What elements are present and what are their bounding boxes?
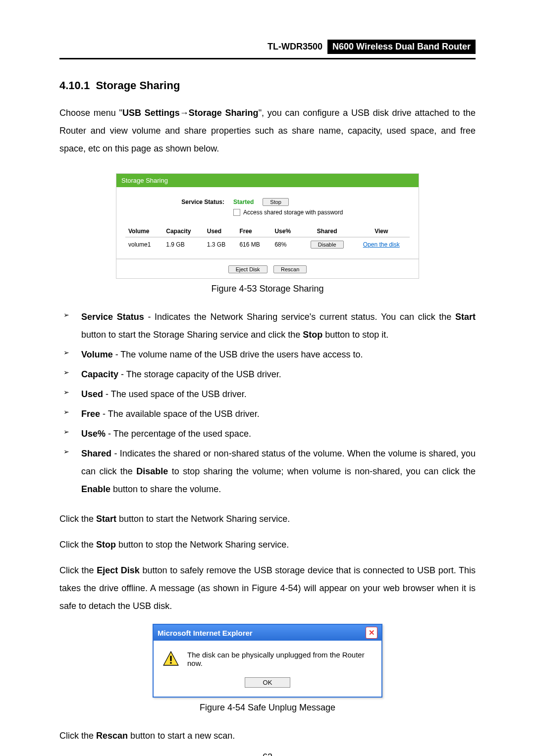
col-free: Free — [236, 226, 271, 237]
col-view: View — [353, 226, 410, 237]
table-header-row: Volume Capacity Used Free Use% Shared Vi… — [125, 226, 410, 237]
cell-used: 1.3 GB — [204, 237, 237, 252]
dialog-message: The disk can be physically unplugged fro… — [187, 651, 373, 667]
intro-paragraph: Choose menu "USB Settings→Storage Sharin… — [59, 104, 476, 157]
figure-53-caption: Figure 4-53 Storage Sharing — [59, 284, 476, 294]
cell-use-percent: 68% — [271, 237, 301, 252]
svg-rect-1 — [170, 656, 171, 661]
list-item: Free - The available space of the USB dr… — [59, 405, 476, 423]
unplug-dialog: Microsoft Internet Explorer ✕ The disk c… — [153, 624, 382, 698]
model-number: TL-WDR3500 — [263, 40, 327, 54]
list-item: Volume - The volume name of the USB driv… — [59, 346, 476, 363]
list-item: Used - The used space of the USB driver. — [59, 385, 476, 403]
figure-54-caption: Figure 4-54 Safe Unplug Message — [59, 703, 476, 713]
table-row: volume1 1.9 GB 1.3 GB 616 MB 68% Disable… — [125, 237, 410, 252]
col-volume: Volume — [125, 226, 163, 237]
cell-free: 616 MB — [236, 237, 271, 252]
product-name: N600 Wireless Dual Band Router — [327, 40, 476, 54]
dialog-titlebar: Microsoft Internet Explorer ✕ — [154, 625, 381, 641]
col-use-percent: Use% — [271, 226, 301, 237]
storage-sharing-panel: Storage Sharing Service Status: Started … — [116, 173, 419, 279]
list-item: Shared - Indicates the shared or non-sha… — [59, 445, 476, 498]
svg-rect-2 — [170, 662, 171, 663]
list-item: Use% - The percentage of the used space. — [59, 425, 476, 443]
eject-paragraph: Click the Eject Disk button to safely re… — [59, 561, 476, 615]
cell-capacity: 1.9 GB — [163, 237, 204, 252]
panel-footer: Eject Disk Rescan — [116, 258, 419, 278]
close-icon[interactable]: ✕ — [366, 627, 377, 639]
col-shared: Shared — [301, 226, 353, 237]
service-status-label: Service Status: — [125, 199, 233, 205]
rescan-paragraph: Click the Rescan button to start a new s… — [59, 727, 476, 745]
dialog-title: Microsoft Internet Explorer — [158, 629, 253, 637]
volume-table: Volume Capacity Used Free Use% Shared Vi… — [125, 226, 410, 252]
section-heading: 4.10.1 Storage Sharing — [59, 79, 476, 92]
password-access-row[interactable]: Access shared storage with password — [233, 209, 410, 216]
service-status-row: Service Status: Started Stop — [125, 198, 410, 206]
open-disk-link[interactable]: Open the disk — [363, 241, 400, 248]
service-status-value: Started — [233, 199, 254, 205]
list-item: Capacity - The storage capacity of the U… — [59, 365, 476, 383]
feature-list: Service Status - Indicates the Network S… — [59, 308, 476, 498]
header-rule — [59, 58, 476, 59]
panel-title: Storage Sharing — [116, 174, 419, 191]
stop-button[interactable]: Stop — [263, 198, 289, 206]
checkbox-icon[interactable] — [233, 209, 240, 216]
checkbox-label: Access shared storage with password — [243, 209, 343, 216]
eject-disk-button[interactable]: Eject Disk — [228, 265, 268, 273]
stop-paragraph: Click the Stop button to stop the Networ… — [59, 536, 476, 554]
cell-volume: volume1 — [125, 237, 163, 252]
disable-button[interactable]: Disable — [311, 241, 344, 249]
ok-button[interactable]: OK — [245, 677, 291, 688]
start-paragraph: Click the Start button to start the Netw… — [59, 510, 476, 528]
col-capacity: Capacity — [163, 226, 204, 237]
warning-icon — [162, 651, 179, 667]
list-item: Service Status - Indicates the Network S… — [59, 308, 476, 344]
col-used: Used — [204, 226, 237, 237]
document-header: TL-WDR3500 N600 Wireless Dual Band Route… — [59, 40, 476, 54]
rescan-button[interactable]: Rescan — [273, 265, 307, 273]
page-number: - 63 - — [0, 752, 535, 756]
